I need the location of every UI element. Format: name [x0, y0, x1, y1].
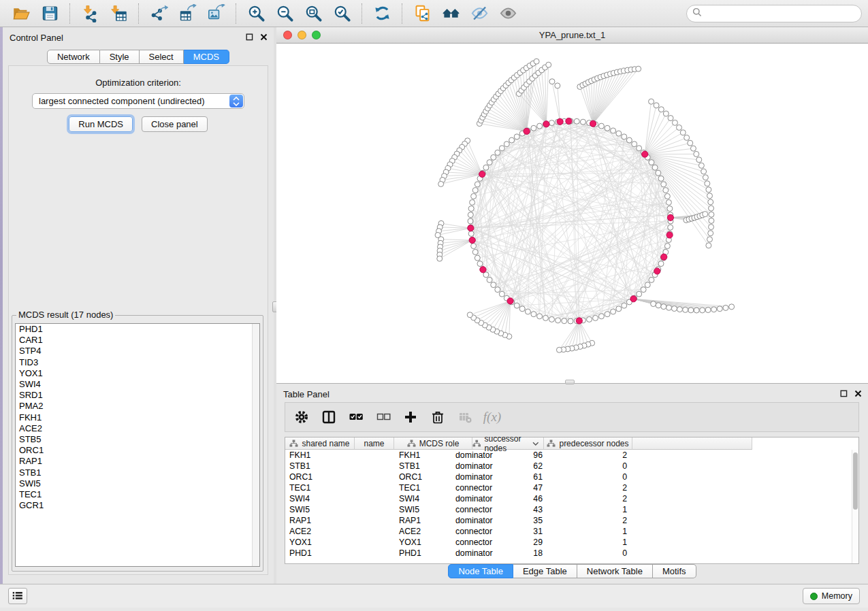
network-node[interactable] — [709, 225, 714, 230]
cell-mcds-role[interactable]: dominator — [455, 493, 493, 504]
cell-name[interactable]: ORC1 — [399, 472, 422, 482]
network-node[interactable] — [605, 312, 610, 317]
network-node[interactable] — [471, 193, 477, 199]
criterion-dropdown[interactable]: largest connected component (undirected) — [32, 93, 244, 109]
network-node[interactable] — [555, 83, 560, 88]
import-table-icon[interactable] — [108, 3, 129, 24]
network-node[interactable] — [472, 188, 478, 193]
mcds-result-item[interactable]: SRD1 — [16, 390, 259, 401]
cell-mcds-role[interactable]: connector — [455, 504, 492, 515]
network-node[interactable] — [491, 282, 496, 288]
network-node[interactable] — [626, 137, 632, 143]
column-header-shared-name[interactable]: shared name — [285, 437, 355, 450]
cell-shared-name[interactable]: SWI4 — [289, 493, 310, 504]
network-node[interactable] — [688, 140, 693, 146]
network-node[interactable] — [664, 193, 670, 199]
mcds-node[interactable] — [576, 318, 582, 324]
network-node[interactable] — [519, 306, 525, 312]
cell-predecessor-nodes[interactable]: 0 — [585, 461, 627, 472]
network-node[interactable] — [568, 318, 573, 324]
network-visualization[interactable] — [276, 44, 868, 383]
search-input[interactable] — [705, 9, 861, 19]
run-mcds-button[interactable]: Run MCDS — [69, 116, 133, 132]
cell-shared-name[interactable]: TEC1 — [289, 482, 310, 493]
network-node[interactable] — [637, 291, 642, 297]
mcds-result-item[interactable]: SWI4 — [16, 379, 259, 390]
network-node[interactable] — [546, 62, 551, 67]
network-node[interactable] — [658, 107, 664, 112]
cell-mcds-role[interactable]: connector — [455, 482, 492, 493]
network-node[interactable] — [475, 255, 480, 261]
network-node[interactable] — [525, 309, 530, 314]
import-network-icon[interactable] — [80, 3, 100, 24]
mcds-result-item[interactable]: TEC1 — [16, 489, 259, 500]
network-node[interactable] — [677, 307, 682, 312]
mcds-result-item[interactable]: RAP1 — [16, 456, 259, 467]
cell-predecessor-nodes[interactable]: 1 — [585, 537, 627, 548]
mcds-node[interactable] — [543, 121, 549, 127]
network-node[interactable] — [711, 307, 717, 312]
network-node[interactable] — [574, 118, 579, 124]
zoom-out-icon[interactable] — [274, 3, 295, 24]
close-panel-icon[interactable] — [259, 33, 268, 42]
float-panel-icon[interactable] — [839, 389, 848, 398]
network-node[interactable] — [700, 308, 705, 313]
network-node[interactable] — [531, 125, 536, 131]
network-node[interactable] — [477, 261, 483, 267]
network-node[interactable] — [611, 309, 616, 314]
cell-predecessor-nodes[interactable]: 1 — [585, 526, 627, 537]
mcds-node[interactable] — [480, 267, 486, 273]
tab-network-table[interactable]: Network Table — [577, 564, 653, 578]
column-header-mcds-role[interactable]: MCDS role — [394, 437, 472, 450]
mcds-node[interactable] — [479, 171, 485, 177]
network-node[interactable] — [487, 160, 492, 165]
network-node[interactable] — [438, 181, 444, 186]
show-all-icon[interactable] — [498, 3, 518, 24]
network-node[interactable] — [472, 249, 478, 254]
network-node[interactable] — [677, 125, 682, 130]
network-node[interactable] — [649, 160, 654, 165]
network-node[interactable] — [537, 123, 543, 129]
network-node[interactable] — [663, 188, 669, 193]
network-node[interactable] — [531, 312, 536, 317]
close-panel-button[interactable]: Close panel — [142, 116, 208, 132]
mcds-result-item[interactable]: TID3 — [16, 357, 259, 368]
hide-selected-icon[interactable] — [469, 3, 489, 24]
mcds-node[interactable] — [590, 120, 596, 127]
network-node[interactable] — [514, 303, 519, 308]
tab-select[interactable]: Select — [140, 50, 184, 64]
column-header-name[interactable]: name — [355, 437, 394, 450]
zoom-selected-icon[interactable] — [332, 3, 352, 24]
cell-mcds-role[interactable]: connector — [455, 537, 492, 548]
network-node[interactable] — [723, 305, 728, 310]
network-node[interactable] — [705, 181, 710, 186]
cell-name[interactable]: STB1 — [399, 461, 420, 472]
cell-predecessor-nodes[interactable]: 2 — [585, 450, 627, 461]
network-node[interactable] — [649, 99, 654, 104]
network-node[interactable] — [701, 169, 707, 174]
cell-successor-nodes[interactable]: 62 — [500, 461, 543, 472]
network-node[interactable] — [671, 306, 677, 312]
network-node[interactable] — [663, 111, 669, 116]
table-row[interactable]: SWI4SWI4dominator462 — [285, 493, 858, 504]
network-node[interactable] — [580, 119, 585, 125]
network-node[interactable] — [534, 59, 539, 64]
mcds-result-item[interactable]: ACE2 — [16, 423, 259, 434]
network-node[interactable] — [632, 142, 637, 147]
network-node[interactable] — [637, 146, 642, 151]
network-node[interactable] — [499, 146, 504, 151]
table-row[interactable]: STB1STB1dominator620 — [285, 461, 858, 472]
network-node[interactable] — [666, 199, 671, 205]
cell-name[interactable]: RAP1 — [399, 515, 421, 526]
network-node[interactable] — [468, 212, 473, 218]
network-node[interactable] — [468, 206, 474, 212]
mcds-result-item[interactable]: GCR1 — [16, 500, 259, 511]
cell-successor-nodes[interactable]: 18 — [500, 548, 543, 559]
network-node[interactable] — [706, 243, 711, 248]
memory-button[interactable]: Memory — [803, 588, 860, 604]
network-node[interactable] — [708, 199, 713, 205]
network-node[interactable] — [683, 307, 688, 312]
network-node[interactable] — [672, 120, 677, 125]
network-node[interactable] — [593, 315, 598, 320]
network-node[interactable] — [658, 176, 664, 181]
